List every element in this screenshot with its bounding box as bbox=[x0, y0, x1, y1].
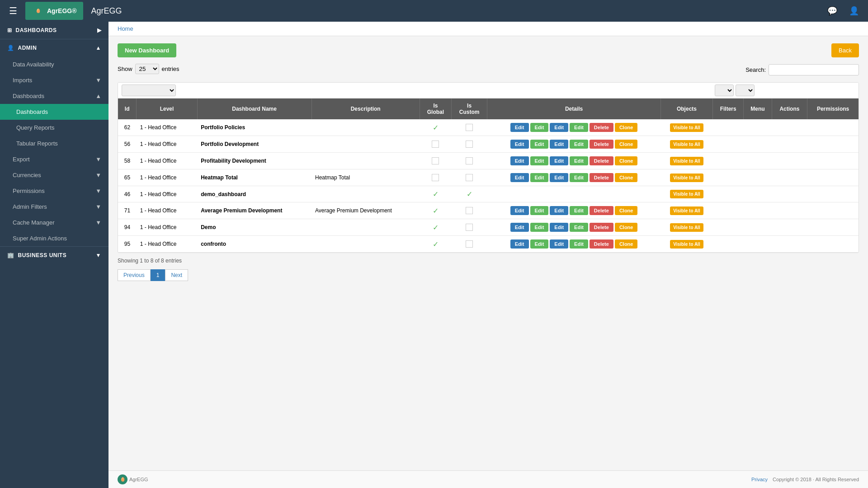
chat-icon[interactable]: 💬 bbox=[824, 4, 841, 18]
menu-edit-button[interactable]: Edit bbox=[570, 223, 588, 232]
user-profile-icon[interactable]: 👤 bbox=[845, 4, 863, 18]
visible-to-all-button[interactable]: Visible to All bbox=[670, 206, 703, 215]
objects-edit-button[interactable]: Edit bbox=[530, 239, 549, 249]
clone-button[interactable]: Clone bbox=[615, 239, 638, 249]
sidebar-item-dashboards-nav[interactable]: Dashboards ▲ bbox=[0, 88, 108, 104]
cell-level: 1 - Head Office bbox=[137, 153, 197, 169]
objects-edit-button[interactable]: Edit bbox=[530, 140, 549, 149]
cell-custom bbox=[451, 219, 487, 236]
sidebar-item-currencies[interactable]: Currencies ▼ bbox=[0, 167, 108, 183]
custom-checkbox[interactable] bbox=[466, 141, 473, 148]
search-input[interactable] bbox=[769, 64, 859, 75]
visible-to-all-button[interactable]: Visible to All bbox=[670, 240, 703, 249]
details-edit-button[interactable]: Edit bbox=[510, 156, 529, 165]
cell-id: 62 bbox=[118, 119, 137, 136]
visible-to-all-button[interactable]: Visible to All bbox=[670, 174, 703, 182]
details-edit-button[interactable]: Edit bbox=[510, 173, 529, 182]
details-edit-button[interactable]: Edit bbox=[510, 140, 529, 149]
back-button[interactable]: Back bbox=[831, 43, 859, 57]
filters-edit-button[interactable]: Edit bbox=[550, 123, 568, 132]
global-checkbox[interactable] bbox=[432, 174, 439, 181]
sidebar-section-admin[interactable]: 👤 ADMIN ▲ bbox=[0, 39, 108, 56]
cell-custom: ✓ bbox=[451, 186, 487, 202]
privacy-link[interactable]: Privacy bbox=[751, 477, 768, 482]
delete-button[interactable]: Delete bbox=[590, 140, 613, 149]
clone-button[interactable]: Clone bbox=[615, 140, 638, 149]
table-row: 94 1 - Head Office Demo ✓ Edit Edit Edit… bbox=[118, 219, 859, 236]
clone-button[interactable]: Clone bbox=[615, 156, 638, 165]
cell-description: Average Premium Development bbox=[311, 202, 420, 219]
sidebar-item-dashboards-sub[interactable]: Dashboards bbox=[0, 104, 108, 120]
visible-to-all-button[interactable]: Visible to All bbox=[670, 140, 703, 149]
sidebar-item-super-admin-actions[interactable]: Super Admin Actions bbox=[0, 230, 108, 246]
objects-edit-button[interactable]: Edit bbox=[530, 156, 549, 165]
custom-checkbox[interactable] bbox=[466, 240, 473, 248]
filters-edit-button[interactable]: Edit bbox=[550, 140, 568, 149]
menu-edit-button[interactable]: Edit bbox=[570, 173, 588, 182]
page-1-button[interactable]: 1 bbox=[151, 269, 165, 281]
filters-edit-button[interactable]: Edit bbox=[550, 223, 568, 232]
search-label: Search: bbox=[745, 66, 766, 73]
toolbar: New Dashboard Back bbox=[118, 43, 859, 57]
custom-checkbox[interactable] bbox=[466, 124, 473, 131]
sidebar-item-tabular-reports[interactable]: Tabular Reports bbox=[0, 136, 108, 151]
filter-level-select[interactable] bbox=[122, 84, 176, 96]
filters-edit-button[interactable]: Edit bbox=[550, 239, 568, 249]
filter-custom-select[interactable] bbox=[736, 84, 755, 96]
sidebar-item-permissions[interactable]: Permissions ▼ bbox=[0, 183, 108, 199]
sidebar-section-dashboards[interactable]: ⊞ DASHBOARDS ▶ bbox=[0, 22, 108, 39]
menu-edit-button[interactable]: Edit bbox=[570, 140, 588, 149]
filters-edit-button[interactable]: Edit bbox=[550, 156, 568, 165]
menu-edit-button[interactable]: Edit bbox=[570, 206, 588, 215]
menu-edit-button[interactable]: Edit bbox=[570, 156, 588, 165]
custom-checkbox[interactable] bbox=[466, 207, 473, 214]
actions-cell: Edit Edit Edit Edit Delete Clone bbox=[487, 119, 661, 136]
clone-button[interactable]: Clone bbox=[615, 223, 638, 232]
filters-edit-button[interactable]: Edit bbox=[550, 206, 568, 215]
sidebar-section-business-units[interactable]: 🏢 BUSINESS UNITS ▼ bbox=[0, 246, 108, 264]
objects-edit-button[interactable]: Edit bbox=[530, 223, 549, 232]
visible-to-all-button[interactable]: Visible to All bbox=[670, 157, 703, 165]
sidebar-item-cache-manager[interactable]: Cache Manager ▼ bbox=[0, 215, 108, 230]
delete-button[interactable]: Delete bbox=[590, 239, 613, 249]
sidebar-item-imports[interactable]: Imports ▼ bbox=[0, 72, 108, 88]
delete-button[interactable]: Delete bbox=[590, 173, 613, 182]
objects-edit-button[interactable]: Edit bbox=[530, 206, 549, 215]
sidebar-item-export[interactable]: Export ▼ bbox=[0, 151, 108, 167]
sidebar-item-data-availability[interactable]: Data Availability bbox=[0, 56, 108, 72]
delete-button[interactable]: Delete bbox=[590, 206, 613, 215]
clone-button[interactable]: Clone bbox=[615, 206, 638, 215]
global-checkbox[interactable] bbox=[432, 141, 439, 148]
global-checkbox[interactable] bbox=[432, 157, 439, 164]
entries-select[interactable]: 10 25 50 100 bbox=[135, 64, 159, 74]
delete-button[interactable]: Delete bbox=[590, 156, 613, 165]
menu-edit-button[interactable]: Edit bbox=[570, 123, 588, 132]
details-edit-button[interactable]: Edit bbox=[510, 239, 529, 249]
next-button[interactable]: Next bbox=[165, 269, 188, 281]
menu-edit-button[interactable]: Edit bbox=[570, 239, 588, 249]
filters-edit-button[interactable]: Edit bbox=[550, 173, 568, 182]
details-edit-button[interactable]: Edit bbox=[510, 223, 529, 232]
delete-button[interactable]: Delete bbox=[590, 223, 613, 232]
previous-button[interactable]: Previous bbox=[118, 269, 151, 281]
hamburger-menu[interactable]: ☰ bbox=[5, 4, 21, 18]
custom-checkbox[interactable] bbox=[466, 157, 473, 164]
objects-edit-button[interactable]: Edit bbox=[530, 173, 549, 182]
sidebar-item-query-reports[interactable]: Query Reports bbox=[0, 120, 108, 136]
delete-button[interactable]: Delete bbox=[590, 123, 613, 132]
visible-to-all-button[interactable]: Visible to All bbox=[670, 123, 703, 132]
details-edit-button[interactable]: Edit bbox=[510, 123, 529, 132]
visible-to-all-button[interactable]: Visible to All bbox=[670, 223, 703, 232]
sidebar-item-admin-filters[interactable]: Admin Filters ▼ bbox=[0, 199, 108, 215]
details-edit-button[interactable]: Edit bbox=[510, 206, 529, 215]
filter-global-select[interactable] bbox=[715, 84, 734, 96]
clone-button[interactable]: Clone bbox=[615, 123, 638, 132]
objects-edit-button[interactable]: Edit bbox=[530, 123, 549, 132]
new-dashboard-button[interactable]: New Dashboard bbox=[118, 43, 176, 57]
custom-checkbox[interactable] bbox=[466, 224, 473, 231]
visible-to-all-button-2[interactable]: Visible to All bbox=[670, 190, 703, 198]
breadcrumb-home[interactable]: Home bbox=[118, 25, 133, 32]
sidebar-item-imports-label: Imports bbox=[13, 77, 32, 84]
clone-button[interactable]: Clone bbox=[615, 173, 638, 182]
custom-checkbox[interactable] bbox=[466, 174, 473, 181]
